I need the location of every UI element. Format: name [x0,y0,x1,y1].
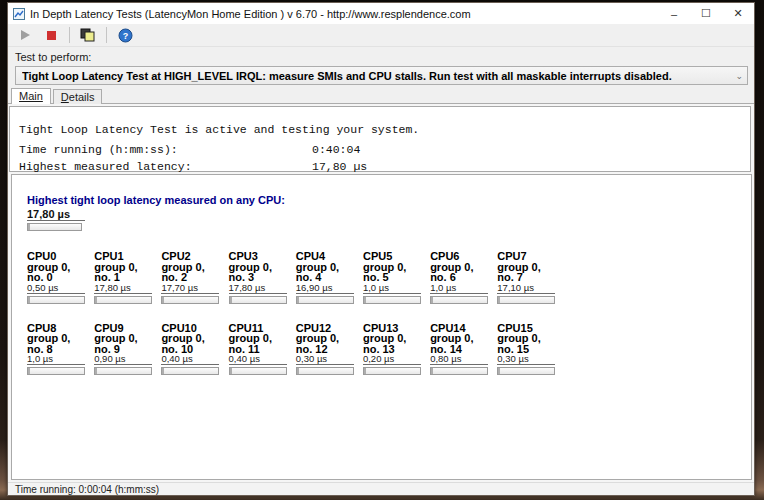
cpu-latency-bar [497,367,555,375]
cpu-latency-bar [229,296,287,304]
cpu-block: CPU10group 0,no. 100,40 µs [161,323,221,376]
cpu-block: CPU3group 0,no. 317,80 µs [229,251,289,304]
cpu-latency-value: 17,10 µs [497,283,555,294]
cpu-group: group 0, [94,333,154,344]
status-output-box: Tight Loop Latency Test is active and te… [9,106,751,172]
cpu-latency-bar [497,296,555,304]
cpu-name: CPU5 [363,251,423,262]
cpu-grid: CPU0group 0,no. 00,50 µsCPU1group 0,no. … [27,251,565,375]
tab-details-label: Details [61,91,95,103]
selected-test-option: Tight Loop Latency Test at HIGH_LEVEL IR… [22,70,731,82]
cpu-latency-bar [296,367,354,375]
cpu-block: CPU15group 0,no. 150,30 µs [497,323,557,376]
title-bar: In Depth Latency Tests (LatencyMon Home … [8,3,754,24]
start-test-button[interactable] [14,26,36,45]
tab-details[interactable]: Details [53,89,103,104]
stop-icon [47,31,56,40]
test-section: Test to perform: Tight Loop Latency Test… [8,47,754,87]
highest-latency-label: Highest measured latency: [19,160,312,173]
cpu-block: CPU0group 0,no. 00,50 µs [27,251,87,304]
app-icon [13,8,25,20]
cpu-block: CPU12group 0,no. 120,30 µs [296,323,356,376]
cpu-name: CPU2 [161,251,221,262]
cpu-group: group 0, [497,333,557,344]
cpu-latency-bar [27,367,85,375]
cpu-latency-value: 0,20 µs [363,354,421,365]
cpu-group: group 0, [430,333,490,344]
maximize-button[interactable]: ☐ [690,3,722,24]
cpu-name: CPU3 [229,251,289,262]
highest-latency-bar [27,223,82,231]
cpu-group: group 0, [363,333,423,344]
cpu-group: group 0, [296,333,356,344]
cpu-number: no. 3 [229,272,289,283]
tab-main[interactable]: Main [11,88,51,104]
cpu-latency-value: 0,40 µs [161,354,219,365]
highest-latency-block: 17,80 µs [27,208,85,231]
cpu-block: CPU4group 0,no. 416,90 µs [296,251,356,304]
cpu-name: CPU1 [94,251,154,262]
cpu-latency-bar [94,367,152,375]
cpu-latency-bar [161,296,219,304]
time-running-label: Time running (h:mm:ss): [19,143,312,156]
cpu-latency-value: 0,30 µs [497,354,555,365]
cpu-latency-value: 16,90 µs [296,283,354,294]
cpu-name: CPU0 [27,251,87,262]
cpu-block: CPU7group 0,no. 717,10 µs [497,251,557,304]
minimize-button[interactable]: – [658,3,690,24]
help-icon: ? [118,28,133,43]
highest-latency-value: 17,80 µs [312,160,367,173]
cpu-latency-bar [27,296,85,304]
window-title: In Depth Latency Tests (LatencyMon Home … [30,8,471,20]
cpu-name: CPU4 [296,251,356,262]
close-button[interactable]: ✕ [722,3,754,24]
cpu-number: no. 5 [363,272,423,283]
cpu-latency-value: 17,80 µs [94,283,152,294]
stop-test-button[interactable] [40,26,62,45]
tab-main-label: Main [19,90,43,102]
cpu-number: no. 0 [27,272,87,283]
cpu-group: group 0, [229,333,289,344]
cpu-latency-value: 17,80 µs [229,283,287,294]
status-bar: Time running: 0:00:04 (h:mm:ss) [8,482,754,495]
svg-text:?: ? [122,31,128,41]
statusbar-time-running: Time running: 0:00:04 (h:mm:ss) [15,484,159,495]
graph-header: Highest tight loop latency measured on a… [27,194,285,206]
copy-icon [80,28,96,43]
tab-strip: Main Details [11,88,104,104]
cpu-latency-value: 0,90 µs [94,354,152,365]
cpu-name: CPU7 [497,251,557,262]
cpu-latency-value: 1,0 µs [27,354,85,365]
cpu-number: no. 1 [94,272,154,283]
cpu-name: CPU6 [430,251,490,262]
cpu-group: group 0, [161,333,221,344]
cpu-latency-value: 0,40 µs [229,354,287,365]
cpu-block: CPU5group 0,no. 51,0 µs [363,251,423,304]
cpu-number: no. 2 [161,272,221,283]
cpu-block: CPU6group 0,no. 61,0 µs [430,251,490,304]
toolbar: ? [8,24,754,47]
cpu-latency-bar [94,296,152,304]
cpu-number: no. 7 [497,272,557,283]
cpu-latency-value: 0,80 µs [430,354,488,365]
cpu-latency-graph-panel: Highest tight loop latency measured on a… [11,174,752,480]
cpu-number: no. 6 [430,272,490,283]
cpu-latency-bar [363,296,421,304]
cpu-block: CPU8group 0,no. 81,0 µs [27,323,87,376]
cpu-latency-bar [161,367,219,375]
cpu-block: CPU13group 0,no. 130,20 µs [363,323,423,376]
cpu-block: CPU1group 0,no. 117,80 µs [94,251,154,304]
cpu-latency-value: 0,50 µs [27,283,85,294]
latencymon-window: In Depth Latency Tests (LatencyMon Home … [7,2,755,496]
cpu-block: CPU14group 0,no. 140,80 µs [430,323,490,376]
cpu-latency-value: 0,30 µs [296,354,354,365]
cpu-block: CPU2group 0,no. 217,70 µs [161,251,221,304]
copy-report-button[interactable] [77,26,99,45]
cpu-latency-bar [430,296,488,304]
toolbar-separator [69,27,70,43]
output-row: Time running (h:mm:ss): 0:40:04 [19,141,750,158]
help-button[interactable]: ? [114,26,136,45]
cpu-block: CPU11group 0,no. 110,40 µs [229,323,289,376]
test-select-combobox[interactable]: Tight Loop Latency Test at HIGH_LEVEL IR… [15,66,748,85]
test-active-message: Tight Loop Latency Test is active and te… [19,123,750,136]
